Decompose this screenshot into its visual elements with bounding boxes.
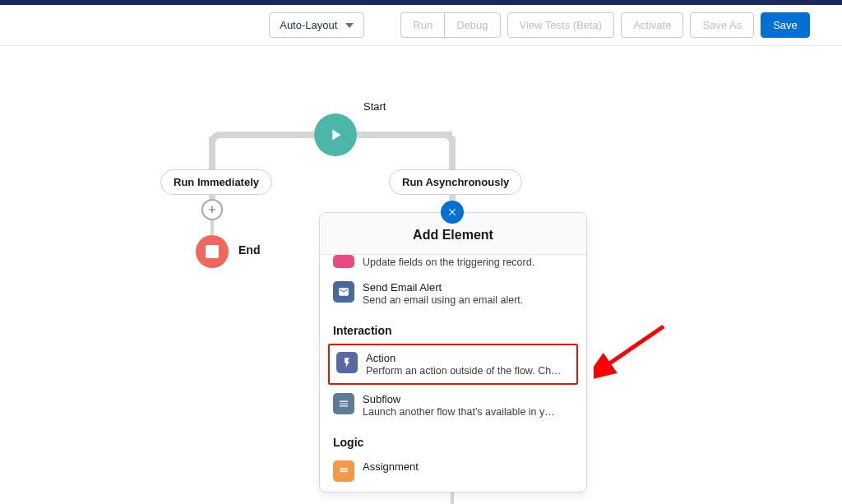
element-title: Action — [366, 352, 570, 364]
stop-icon — [206, 245, 219, 258]
end-node[interactable] — [196, 235, 229, 268]
branch-run-async[interactable]: Run Asynchronously — [389, 169, 522, 195]
element-item-subflow[interactable]: Subflow Launch another flow that's avail… — [320, 386, 586, 424]
element-desc: Update fields on the triggering record. — [363, 257, 573, 268]
element-desc: Launch another flow that's available in … — [363, 406, 573, 418]
layout-mode-label: Auto-Layout — [280, 19, 337, 31]
svg-line-2 — [604, 326, 664, 368]
element-title: Send Email Alert — [363, 281, 573, 294]
start-node[interactable] — [314, 113, 357, 156]
element-desc: Send an email using an email alert. — [363, 294, 573, 306]
add-element-button[interactable] — [201, 199, 223, 220]
element-title: Assignment — [363, 460, 573, 473]
toolbar: Auto-Layout Run Debug View Tests (Beta) … — [0, 5, 842, 46]
view-tests-button[interactable]: View Tests (Beta) — [507, 12, 615, 38]
plus-icon — [206, 204, 218, 215]
flow-edge — [357, 132, 452, 138]
action-icon — [336, 352, 358, 373]
debug-button[interactable]: Debug — [444, 12, 500, 38]
section-interaction: Interaction — [320, 312, 586, 342]
svg-rect-1 — [340, 470, 347, 472]
chevron-down-icon — [345, 23, 354, 28]
assignment-icon — [333, 460, 354, 482]
element-title: Subflow — [363, 393, 573, 405]
element-item-assignment[interactable]: Assignment — [320, 454, 586, 488]
start-node-header: Record-Triggered Flow Start — [363, 90, 480, 114]
close-icon — [446, 206, 458, 218]
run-button[interactable]: Run — [400, 12, 444, 38]
play-icon — [326, 126, 345, 144]
save-as-button[interactable]: Save As — [690, 12, 754, 38]
add-element-popover: Add Element Update fields on the trigger… — [319, 212, 587, 492]
start-label: Start — [363, 100, 480, 114]
email-icon — [333, 281, 354, 303]
end-node-label: End — [238, 243, 260, 257]
subflow-icon — [333, 393, 354, 414]
save-button[interactable]: Save — [761, 12, 810, 38]
element-item-email[interactable]: Send Email Alert Send an email using an … — [320, 275, 586, 312]
popover-body: Update fields on the triggering record. … — [320, 255, 586, 492]
element-item-update[interactable]: Update fields on the triggering record. — [320, 255, 586, 275]
close-popover-button[interactable] — [441, 201, 464, 224]
flow-canvas[interactable]: Record-Triggered Flow Start Run Immediat… — [0, 46, 842, 504]
section-logic: Logic — [320, 424, 586, 454]
update-record-icon — [333, 255, 354, 268]
flow-edge — [222, 132, 314, 138]
element-desc: Perform an action outside of the flow. C… — [366, 365, 570, 377]
activate-button[interactable]: Activate — [621, 12, 683, 38]
annotation-arrow-icon — [594, 322, 668, 380]
layout-mode-dropdown[interactable]: Auto-Layout — [269, 12, 364, 38]
element-item-action[interactable]: Action Perform an action outside of the … — [328, 344, 578, 385]
svg-rect-0 — [340, 469, 347, 470]
branch-run-immediately[interactable]: Run Immediately — [160, 169, 272, 195]
run-debug-group: Run Debug — [400, 12, 500, 38]
